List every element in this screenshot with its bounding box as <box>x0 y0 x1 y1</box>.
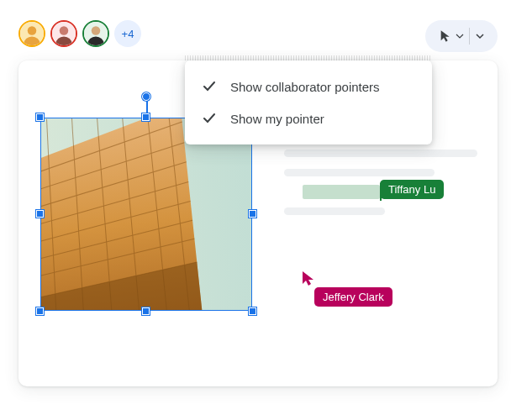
resize-handle-top-mid[interactable] <box>142 113 150 121</box>
selected-image[interactable] <box>40 118 252 311</box>
resize-handle-mid-right[interactable] <box>249 210 256 218</box>
svg-point-4 <box>60 26 69 35</box>
divider <box>469 28 470 45</box>
selection-box <box>40 118 252 311</box>
collaborator-selection-highlight <box>303 185 380 199</box>
resize-handle-bottom-mid[interactable] <box>142 307 150 315</box>
avatar[interactable] <box>18 20 45 47</box>
rotation-handle[interactable] <box>142 92 150 101</box>
menu-item-label: Show my pointer <box>230 112 324 126</box>
collaborator-label-jeffery: Jeffery Clark <box>314 287 392 307</box>
overflow-count: +4 <box>122 28 134 40</box>
checkmark-icon <box>202 79 217 94</box>
resize-handle-mid-left[interactable] <box>36 210 44 218</box>
svg-point-7 <box>92 26 101 35</box>
collaborator-label-tiffany: Tiffany Lu <box>380 180 444 199</box>
text-line <box>284 169 435 176</box>
resize-handle-bottom-right[interactable] <box>249 307 256 315</box>
avatar[interactable] <box>50 20 77 47</box>
collaborator-pointer-icon <box>301 270 316 287</box>
dropdown-caret-icon <box>456 32 464 40</box>
pointer-icon <box>439 29 452 43</box>
chevron-down-icon <box>475 31 485 41</box>
resize-handle-top-left[interactable] <box>36 113 44 121</box>
collaborator-name: Jeffery Clark <box>323 291 384 303</box>
svg-point-1 <box>28 26 37 35</box>
menu-item-label: Show collaborator pointers <box>230 80 380 94</box>
collaborator-bar: +4 <box>18 20 141 47</box>
pointer-mode-button[interactable] <box>425 20 498 52</box>
collaborator-overflow-badge[interactable]: +4 <box>114 20 141 47</box>
menu-item-show-my-pointer[interactable]: Show my pointer <box>185 102 432 134</box>
menu-item-show-collaborator-pointers[interactable]: Show collaborator pointers <box>185 71 432 102</box>
resize-handle-bottom-left[interactable] <box>36 307 44 315</box>
text-line <box>284 150 477 157</box>
avatar[interactable] <box>82 20 109 47</box>
text-line <box>284 207 385 215</box>
collaborator-name: Tiffany Lu <box>388 183 435 196</box>
checkmark-icon <box>202 111 217 126</box>
pointer-dropdown-menu: Show collaborator pointers Show my point… <box>185 60 432 144</box>
